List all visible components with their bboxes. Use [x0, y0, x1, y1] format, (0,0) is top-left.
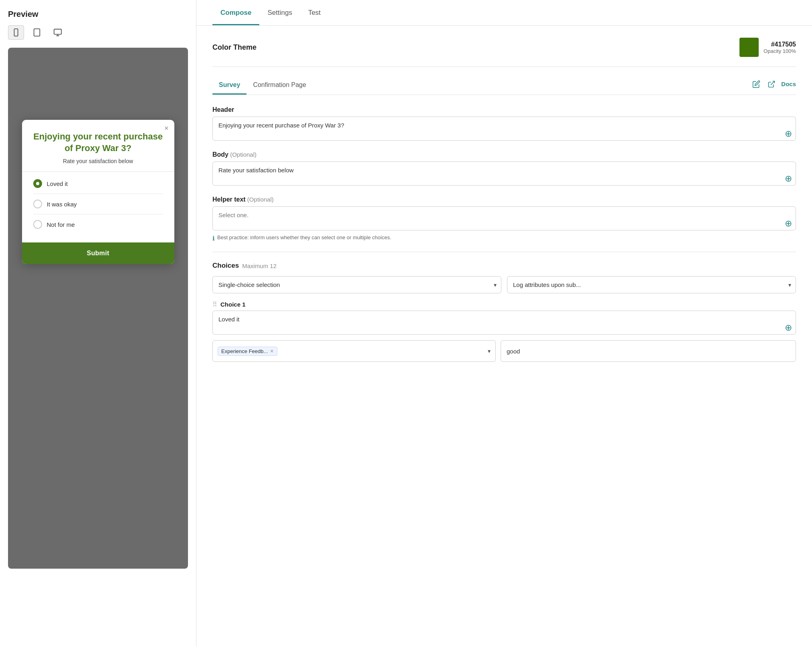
- svg-rect-4: [54, 29, 61, 34]
- attribute-value-input[interactable]: [501, 340, 796, 362]
- radio-circle-selected: [33, 179, 42, 188]
- svg-rect-2: [34, 29, 40, 36]
- header-add-button[interactable]: ⊕: [785, 129, 792, 138]
- body-add-button[interactable]: ⊕: [785, 174, 792, 183]
- mobile-device-button[interactable]: [8, 25, 24, 40]
- modal-header-text: Enjoying your recent purchase of Proxy W…: [33, 131, 163, 154]
- color-hex: #417505: [764, 41, 796, 48]
- choice-1-inputs: ⊕: [212, 311, 796, 336]
- drag-handle-icon[interactable]: ⠿: [212, 301, 217, 308]
- preview-title: Preview: [8, 10, 188, 19]
- selection-type-select[interactable]: Single-choice selection Multiple-choice …: [212, 276, 501, 293]
- survey-modal: × Enjoying your recent purchase of Proxy…: [22, 120, 174, 264]
- tab-test[interactable]: Test: [300, 0, 329, 25]
- helper-field-group: Helper text (Optional) ⊕ ℹ Best practice…: [212, 196, 796, 242]
- helper-field-wrap: ⊕: [212, 206, 796, 232]
- desktop-device-button[interactable]: [50, 25, 66, 40]
- svg-rect-0: [14, 29, 18, 36]
- modal-subtext: Rate your satisfaction below: [33, 158, 163, 164]
- preview-background: × Enjoying your recent purchase of Proxy…: [8, 48, 188, 569]
- radio-circle: [33, 220, 42, 229]
- device-icons: [8, 25, 188, 40]
- log-attributes-select[interactable]: Log attributes upon sub...: [507, 276, 796, 293]
- tab-survey[interactable]: Survey: [212, 77, 246, 95]
- svg-line-7: [771, 81, 775, 85]
- modal-divider: [22, 172, 174, 172]
- body-input[interactable]: [212, 162, 796, 186]
- color-info: #417505 Opacity 100%: [764, 41, 796, 54]
- attribute-tag-inner: Experience Feedb... × ▾: [212, 340, 496, 362]
- survey-tab-actions: Docs: [751, 79, 796, 93]
- color-opacity: Opacity 100%: [764, 48, 796, 54]
- choice-1-add-button[interactable]: ⊕: [785, 323, 792, 332]
- header-field-group: Header ⊕: [212, 106, 796, 142]
- choice-1-attribute-row: Experience Feedb... × ▾: [212, 340, 796, 362]
- header-field-label: Header: [212, 106, 796, 113]
- attribute-tag-label: Experience Feedb...: [221, 348, 268, 354]
- log-attributes-wrap: Log attributes upon sub... ▾: [507, 276, 796, 293]
- choices-header: Choices Maximum 12: [212, 262, 796, 270]
- body-field-wrap: ⊕: [212, 162, 796, 187]
- body-field-label: Body (Optional): [212, 151, 796, 158]
- choice-label: Not for me: [47, 221, 75, 228]
- attribute-tag-wrap: Experience Feedb... × ▾: [212, 340, 496, 362]
- tag-chevron-icon[interactable]: ▾: [488, 348, 491, 354]
- radio-circle: [33, 200, 42, 208]
- helper-field-label: Helper text (Optional): [212, 196, 796, 203]
- attribute-tag: Experience Feedb... ×: [218, 347, 277, 356]
- color-theme-row: Color Theme #417505 Opacity 100%: [212, 38, 796, 67]
- choice-label: It was okay: [47, 201, 77, 208]
- tab-compose[interactable]: Compose: [212, 0, 259, 25]
- choice-label: Loved it: [47, 180, 68, 187]
- top-tabs: Compose Settings Test: [196, 0, 812, 26]
- external-link-icon-button[interactable]: [766, 79, 777, 90]
- color-theme-label: Color Theme: [212, 43, 257, 52]
- color-swatch[interactable]: [739, 38, 759, 57]
- list-item[interactable]: It was okay: [33, 194, 163, 214]
- list-item[interactable]: Not for me: [33, 214, 163, 234]
- tab-settings[interactable]: Settings: [259, 0, 300, 25]
- helper-hint-text: Best practice: inform users whether they…: [217, 234, 391, 240]
- tab-confirmation-page[interactable]: Confirmation Page: [246, 77, 313, 95]
- edit-icon-button[interactable]: [751, 79, 762, 90]
- choice-1-header: ⠿ Choice 1: [212, 301, 796, 308]
- list-item[interactable]: Loved it: [33, 174, 163, 194]
- info-icon: ℹ: [212, 235, 215, 242]
- choice-1-value-wrap: ⊕: [212, 311, 796, 336]
- selection-type-wrap: Single-choice selection Multiple-choice …: [212, 276, 501, 293]
- choice-1-label: Choice 1: [220, 301, 246, 308]
- choice-1-row: ⠿ Choice 1 ⊕ Experience Feedb...: [212, 301, 796, 362]
- helper-add-button[interactable]: ⊕: [785, 219, 792, 228]
- tablet-device-button[interactable]: [29, 25, 45, 40]
- choices-label: Choices: [212, 262, 239, 270]
- helper-input[interactable]: [212, 206, 796, 230]
- submit-button[interactable]: Submit: [22, 242, 174, 264]
- color-theme-right: #417505 Opacity 100%: [739, 38, 796, 57]
- choice-list: Loved it It was okay Not for me: [33, 174, 163, 234]
- right-panel: Compose Settings Test Color Theme #41750…: [196, 0, 812, 646]
- helper-hint: ℹ Best practice: inform users whether th…: [212, 234, 796, 242]
- section-divider: [212, 252, 796, 252]
- header-input[interactable]: [212, 117, 796, 141]
- body-field-group: Body (Optional) ⊕: [212, 151, 796, 187]
- choice-1-value-input[interactable]: [212, 311, 796, 335]
- docs-link[interactable]: Docs: [781, 81, 796, 87]
- header-field-wrap: ⊕: [212, 117, 796, 142]
- choices-max-label: Maximum 12: [242, 262, 277, 269]
- survey-tabs: Survey Confirmation Page Docs: [212, 77, 796, 95]
- choices-controls: Single-choice selection Multiple-choice …: [212, 276, 796, 293]
- modal-close-button[interactable]: ×: [164, 125, 169, 132]
- left-panel: Preview × Enjoying your re: [0, 0, 196, 646]
- tag-remove-button[interactable]: ×: [270, 348, 273, 354]
